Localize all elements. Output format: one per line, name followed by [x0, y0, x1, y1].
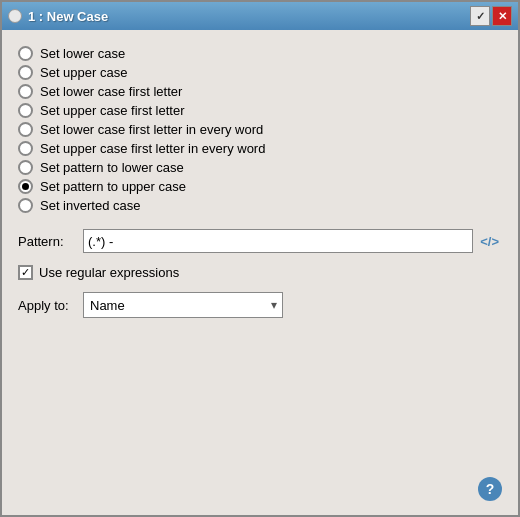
title-buttons: ✓ ✕ [470, 6, 512, 26]
radio-label-pattern-upper: Set pattern to upper case [40, 179, 186, 194]
title-bar-icon [8, 9, 22, 23]
radio-lower-case[interactable] [18, 46, 33, 61]
radio-lower-every-word[interactable] [18, 122, 33, 137]
radio-label-inverted-case: Set inverted case [40, 198, 140, 213]
radio-upper-case[interactable] [18, 65, 33, 80]
radio-item-upper-case[interactable]: Set upper case [18, 63, 502, 82]
pattern-input[interactable] [83, 229, 473, 253]
pattern-input-wrap: </> [83, 229, 502, 253]
regex-label: Use regular expressions [39, 265, 179, 280]
radio-group: Set lower caseSet upper caseSet lower ca… [18, 44, 502, 215]
help-button[interactable]: ? [478, 477, 502, 501]
radio-label-upper-first: Set upper case first letter [40, 103, 185, 118]
pattern-label: Pattern: [18, 234, 73, 249]
window: 1 : New Case ✓ ✕ Set lower caseSet upper… [0, 0, 520, 517]
close-button[interactable]: ✕ [492, 6, 512, 26]
title-text: 1 : New Case [28, 9, 470, 24]
apply-to-select[interactable]: NamePathExtension [83, 292, 283, 318]
radio-item-lower-case[interactable]: Set lower case [18, 44, 502, 63]
title-bar: 1 : New Case ✓ ✕ [2, 2, 518, 30]
radio-label-lower-first: Set lower case first letter [40, 84, 182, 99]
radio-item-pattern-lower[interactable]: Set pattern to lower case [18, 158, 502, 177]
regex-checkbox[interactable] [18, 265, 33, 280]
check-button[interactable]: ✓ [470, 6, 490, 26]
radio-item-pattern-upper[interactable]: Set pattern to upper case [18, 177, 502, 196]
radio-item-lower-every-word[interactable]: Set lower case first letter in every wor… [18, 120, 502, 139]
radio-lower-first[interactable] [18, 84, 33, 99]
radio-item-upper-every-word[interactable]: Set upper case first letter in every wor… [18, 139, 502, 158]
radio-label-upper-every-word: Set upper case first letter in every wor… [40, 141, 265, 156]
radio-item-upper-first[interactable]: Set upper case first letter [18, 101, 502, 120]
content-area: Set lower caseSet upper caseSet lower ca… [2, 30, 518, 515]
radio-upper-every-word[interactable] [18, 141, 33, 156]
radio-label-lower-case: Set lower case [40, 46, 125, 61]
code-button[interactable]: </> [477, 232, 502, 251]
apply-to-label: Apply to: [18, 298, 73, 313]
help-btn-row: ? [18, 324, 502, 501]
radio-label-upper-case: Set upper case [40, 65, 127, 80]
pattern-row: Pattern: </> [18, 229, 502, 253]
radio-label-lower-every-word: Set lower case first letter in every wor… [40, 122, 263, 137]
radio-item-inverted-case[interactable]: Set inverted case [18, 196, 502, 215]
radio-pattern-lower[interactable] [18, 160, 33, 175]
apply-to-row: Apply to: NamePathExtension [18, 292, 502, 318]
radio-item-lower-first[interactable]: Set lower case first letter [18, 82, 502, 101]
radio-inverted-case[interactable] [18, 198, 33, 213]
apply-to-select-wrap: NamePathExtension [83, 292, 283, 318]
checkbox-row: Use regular expressions [18, 265, 502, 280]
radio-upper-first[interactable] [18, 103, 33, 118]
radio-label-pattern-lower: Set pattern to lower case [40, 160, 184, 175]
radio-pattern-upper[interactable] [18, 179, 33, 194]
